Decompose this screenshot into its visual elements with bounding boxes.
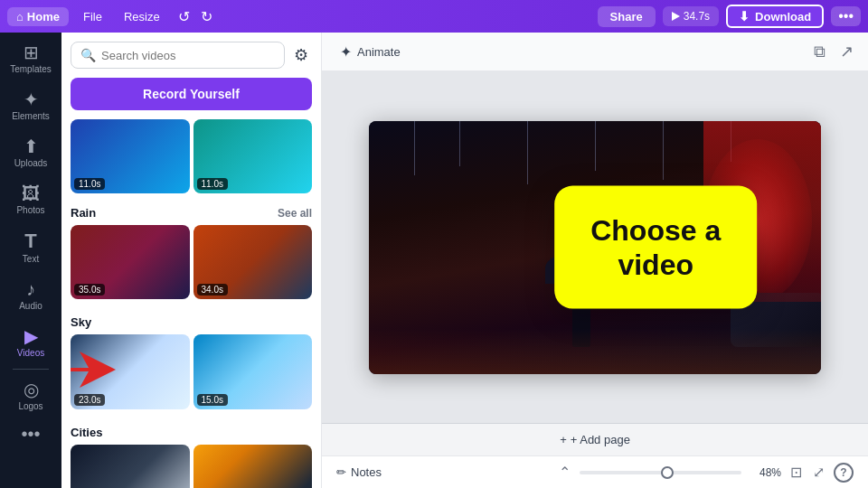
notes-icon: ✏ <box>336 465 346 479</box>
video-panel: 🔍 ⚙ Record Yourself 11.0s 11.0s Rain See… <box>61 33 322 488</box>
video-duration: 34.0s <box>197 284 228 296</box>
topbar: ⌂ Home File Resize ↺ ↻ Share 34.7s ⬇ Dow… <box>0 0 868 33</box>
sky-section-header: Sky <box>61 310 321 334</box>
cities-section-label: Cities <box>71 426 102 439</box>
play-time: 34.7s <box>684 10 710 23</box>
fit-page-button[interactable]: ⊡ <box>788 462 804 483</box>
choose-popup-text: Choose avideo <box>590 212 721 282</box>
bottom-bar: ✏ Notes ⌃ 48% ⊡ ⤢ ? <box>322 455 868 488</box>
sidebar-item-elements[interactable]: ✦ Elements <box>0 83 61 128</box>
svg-marker-0 <box>71 352 116 388</box>
logos-icon: ◎ <box>24 380 39 399</box>
copy-icon-button[interactable]: ⧉ <box>810 39 829 65</box>
sidebar-item-videos[interactable]: ▶ Videos <box>0 320 61 365</box>
add-page-bar[interactable]: + + Add page <box>322 423 868 455</box>
add-page-button[interactable]: + + Add page <box>560 433 630 446</box>
fullscreen-button[interactable]: ⤢ <box>811 462 826 483</box>
photos-label: Photos <box>16 205 44 215</box>
video-duration: 23.0s <box>74 394 105 406</box>
resize-menu[interactable]: Resize <box>117 7 167 26</box>
cities-section-header: Cities <box>61 420 321 445</box>
video-duration: 11.0s <box>197 178 228 190</box>
home-icon: ⌂ <box>16 10 24 23</box>
redo-button[interactable]: ↻ <box>197 6 216 27</box>
sidebar-item-audio[interactable]: ♪ Audio <box>0 273 61 318</box>
text-icon: T <box>24 231 36 251</box>
main-layout: ⊞ Templates ✦ Elements ⬆ Uploads 🖼 Photo… <box>0 33 868 488</box>
icon-sidebar: ⊞ Templates ✦ Elements ⬆ Uploads 🖼 Photo… <box>0 33 61 488</box>
undo-redo-group: ↺ ↻ <box>175 6 216 27</box>
canvas-area: ✦ Animate ⧉ ↗ <box>322 33 868 488</box>
rain-see-all[interactable]: See all <box>278 207 312 220</box>
share-icon-button[interactable]: ↗ <box>836 38 857 65</box>
help-button[interactable]: ? <box>834 463 854 483</box>
video-duration: 15.0s <box>197 394 228 406</box>
add-page-icon: + <box>560 433 567 446</box>
city-video-thumb-1[interactable] <box>71 445 190 488</box>
panel-search-area: 🔍 ⚙ <box>61 33 321 74</box>
canvas-main: Choose avideo <box>322 71 868 423</box>
more-button[interactable]: ••• <box>831 6 861 26</box>
video-duration: 11.0s <box>74 178 105 190</box>
panel-scroll[interactable]: Rain See all 35.0s 34.0s Sky <box>61 201 321 488</box>
notes-label: Notes <box>351 465 382 479</box>
sky-video-thumb-2[interactable]: 15.0s <box>193 334 313 408</box>
video-thumb[interactable]: 11.0s <box>193 119 313 193</box>
home-label: Home <box>27 10 60 23</box>
choose-video-popup: Choose avideo <box>554 185 757 309</box>
rain-reflection <box>369 329 821 374</box>
uploads-icon: ⬆ <box>24 137 39 155</box>
uploads-label: Uploads <box>14 158 48 168</box>
canvas-toolbar: ✦ Animate ⧉ ↗ <box>322 33 868 71</box>
text-label: Text <box>23 254 39 264</box>
play-button[interactable]: 34.7s <box>663 6 719 26</box>
audio-label: Audio <box>19 301 42 311</box>
notes-button[interactable]: ✏ Notes <box>336 465 382 479</box>
video-thumb[interactable]: 11.0s <box>71 119 190 193</box>
logos-label: Logos <box>18 401 42 411</box>
search-input[interactable] <box>101 49 275 62</box>
arrow-icon <box>71 352 116 388</box>
download-button[interactable]: ⬇ Download <box>726 5 824 28</box>
rain-video-thumb-1[interactable]: 35.0s <box>71 225 190 299</box>
search-icon: 🔍 <box>80 48 96 62</box>
record-button[interactable]: Record Yourself <box>71 78 312 110</box>
elements-icon: ✦ <box>24 90 39 108</box>
top-video-thumbs: 11.0s 11.0s <box>61 119 321 193</box>
photos-icon: 🖼 <box>22 184 40 202</box>
undo-button[interactable]: ↺ <box>175 6 193 27</box>
sidebar-item-text[interactable]: T Text <box>0 224 61 271</box>
sidebar-item-photos[interactable]: 🖼 Photos <box>0 177 61 222</box>
video-duration: 35.0s <box>74 284 105 296</box>
animate-icon: ✦ <box>340 43 352 61</box>
download-icon: ⬇ <box>739 9 750 23</box>
city-video-thumb-2[interactable] <box>193 445 313 488</box>
rain-video-thumb-2[interactable]: 34.0s <box>193 225 313 299</box>
sidebar-item-templates[interactable]: ⊞ Templates <box>0 36 61 81</box>
timeline-handle[interactable] <box>661 466 674 479</box>
templates-icon: ⊞ <box>24 43 39 61</box>
share-button[interactable]: Share <box>598 6 656 27</box>
home-button[interactable]: ⌂ Home <box>7 7 69 26</box>
sky-section-label: Sky <box>71 315 91 329</box>
timeline-scrubber[interactable] <box>580 471 741 474</box>
zoom-level: 48% <box>749 466 781 479</box>
templates-label: Templates <box>10 64 52 74</box>
elements-label: Elements <box>12 111 50 121</box>
sky-video-grid: 23.0s 15.0s <box>61 334 321 408</box>
sidebar-item-uploads[interactable]: ⬆ Uploads <box>0 130 61 175</box>
audio-icon: ♪ <box>26 280 35 298</box>
cities-video-grid <box>61 445 321 488</box>
file-menu[interactable]: File <box>76 7 109 26</box>
play-icon <box>672 12 680 21</box>
rain-video-grid: 35.0s 34.0s <box>61 225 321 299</box>
search-box[interactable]: 🔍 <box>71 42 285 69</box>
more-sidebar-button[interactable]: ••• <box>21 424 40 445</box>
sidebar-item-logos[interactable]: ◎ Logos <box>0 373 61 418</box>
rain-section-header: Rain See all <box>61 201 321 225</box>
filter-button[interactable]: ⚙ <box>290 42 312 69</box>
animate-button[interactable]: ✦ Animate <box>333 40 408 64</box>
sky-video-thumb-1[interactable]: 23.0s <box>71 334 190 408</box>
add-page-label: + Add page <box>571 433 630 446</box>
chevron-up-button[interactable]: ⌃ <box>557 462 572 483</box>
